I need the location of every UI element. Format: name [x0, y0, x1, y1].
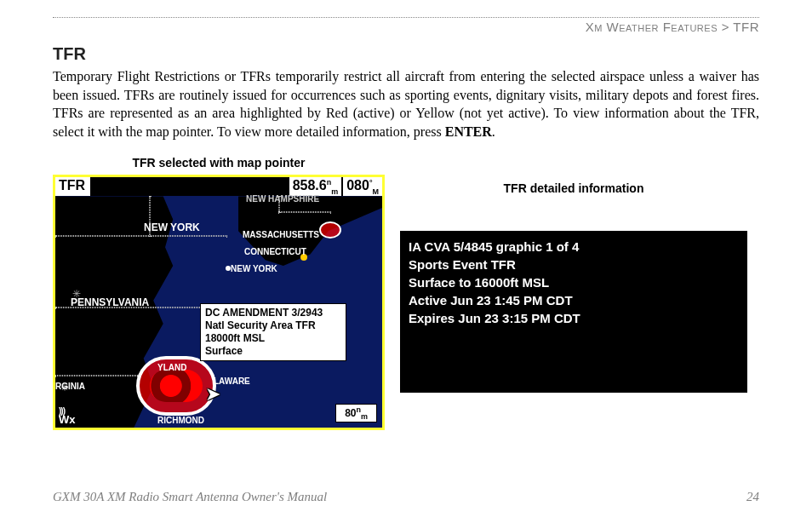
map-label: YLAND — [157, 363, 186, 372]
detail-line: IA CVA 5/4845 graphic 1 of 4 — [409, 238, 739, 256]
header-rule — [53, 17, 759, 18]
map-distance-value: 858.6 — [293, 179, 327, 193]
page-title: TFR — [53, 44, 759, 64]
paragraph-tail: . — [492, 124, 495, 139]
map-scale-value: 80 — [345, 407, 356, 419]
footer-page-number: 24 — [746, 490, 759, 504]
detail-line: Sports Event TFR — [409, 256, 739, 273]
map-label: NEW HAMPSHIRE — [246, 194, 319, 204]
map-bearing-value: 080 — [346, 179, 369, 193]
map-frame: TFR 858.6nm 080°M — [53, 175, 385, 430]
map-label: MASSACHUSETTS — [243, 230, 319, 239]
map-pointer-icon: ➤ — [205, 383, 220, 405]
popup-line: 18000ft MSL — [205, 332, 341, 345]
tfr-area-small-icon — [319, 221, 341, 239]
map-label: PENNSYLVANIA — [71, 296, 149, 308]
detail-line: Surface to 16000ft MSL — [409, 273, 739, 291]
popup-line: Natl Security Area TFR — [205, 319, 341, 332]
map-label: NEW YORK — [144, 221, 200, 233]
popup-line: Surface — [205, 345, 341, 358]
figure-detail-caption: TFR detailed information — [504, 181, 644, 195]
popup-line: DC AMENDMENT 3/2943 — [205, 307, 341, 319]
tfr-info-popup: DC AMENDMENT 3/2943 Natl Security Area T… — [200, 303, 346, 361]
map-label: NEW YORK — [231, 264, 277, 273]
detail-screen: IA CVA 5/4845 graphic 1 of 4 Sports Even… — [400, 231, 747, 393]
detail-line: Expires Jun 23 3:15 PM CDT — [409, 309, 739, 327]
map-bearing-readout: 080°M — [343, 177, 382, 196]
map-screen: TFR 858.6nm 080°M — [55, 177, 382, 428]
breadcrumb: Xm Weather Features > TFR — [53, 20, 759, 34]
map-mode-label: TFR — [55, 177, 92, 196]
map-distance-readout: 858.6nm — [289, 177, 342, 196]
paragraph-text: Temporary Flight Restrictions or TFRs te… — [53, 69, 759, 139]
weather-icon: ))) Wx — [59, 407, 76, 425]
figure-map: TFR selected with map pointer TFR 858.6n… — [53, 156, 385, 430]
map-label: RGINIA — [55, 382, 85, 391]
breadcrumb-section: Xm Weather Features — [586, 20, 718, 34]
map-scale: 80nm — [335, 404, 377, 422]
enter-keyword: ENTER — [445, 124, 492, 139]
map-label: CONNECTICUT — [244, 247, 306, 256]
map-header: TFR 858.6nm 080°M — [55, 177, 382, 196]
figure-detail: TFR detailed information IA CVA 5/4845 g… — [400, 156, 747, 393]
map-label: RICHMOND — [157, 416, 204, 425]
footer-manual-title: GXM 30A XM Radio Smart Antenna Owner's M… — [53, 490, 327, 504]
breadcrumb-page: TFR — [733, 20, 759, 34]
page-footer: GXM 30A XM Radio Smart Antenna Owner's M… — [53, 490, 759, 504]
detail-line: Active Jun 23 1:45 PM CDT — [409, 291, 739, 309]
body-paragraph: Temporary Flight Restrictions or TFRs te… — [53, 67, 759, 141]
map-canvas: ✳ ✳ NEW HAMPSHIRE NEW YORK MASSACHUSETTS… — [55, 196, 382, 428]
figure-map-caption: TFR selected with map pointer — [132, 156, 305, 170]
breadcrumb-separator: > — [722, 20, 729, 34]
